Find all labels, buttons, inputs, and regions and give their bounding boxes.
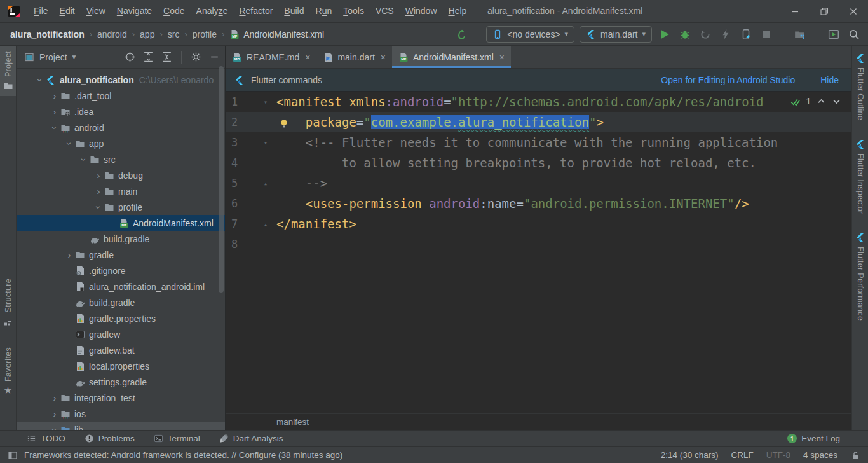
minimize-button[interactable] <box>780 0 810 22</box>
tree-chevron-icon[interactable]: › <box>93 187 104 196</box>
tool-window-dart-analysis[interactable]: Dart Analysis <box>219 434 283 443</box>
intention-bulb-icon[interactable] <box>279 117 289 127</box>
tree-item-src[interactable]: ›src <box>17 151 225 167</box>
tree-item-.idea[interactable]: ›.idea <box>17 104 225 120</box>
stripe-button-flutter-outline[interactable]: Flutter Outline <box>852 48 868 125</box>
tree-item-build.gradle[interactable]: build.gradle <box>17 294 225 310</box>
menu-navigate[interactable]: Navigate <box>111 0 158 22</box>
menu-build[interactable]: Build <box>278 0 309 22</box>
tree-item-alura_notification_android.iml[interactable]: alura_notification_android.iml <box>17 279 225 294</box>
close-button[interactable] <box>839 0 868 22</box>
fold-marker-icon[interactable]: ▴ <box>262 180 269 187</box>
menu-run[interactable]: Run <box>310 0 338 22</box>
tool-window-todo[interactable]: TODO <box>27 434 65 443</box>
tree-item-AndroidManifest.xml[interactable]: MFAndroidManifest.xml <box>17 215 225 231</box>
tree-item-app[interactable]: ›app <box>17 135 225 151</box>
tool-window-problems[interactable]: Problems <box>85 434 135 443</box>
tree-chevron-icon[interactable]: › <box>49 92 60 100</box>
tree-item-ios[interactable]: ›ios <box>17 406 225 422</box>
menu-help[interactable]: Help <box>443 0 473 22</box>
tree-chevron-icon[interactable]: › <box>50 122 59 134</box>
menu-code[interactable]: Code <box>158 0 190 22</box>
project-structure-icon[interactable] <box>792 27 808 42</box>
tree-item-android[interactable]: ›android <box>17 120 225 135</box>
tab-readme.md[interactable]: MDREADME.md× <box>226 46 316 68</box>
tab-close-icon[interactable]: × <box>381 52 386 62</box>
encoding-widget[interactable]: UTF-8 <box>766 450 790 460</box>
avd-manager-icon[interactable] <box>826 27 841 42</box>
project-tree-scrollbar[interactable] <box>219 66 224 293</box>
tree-item-main[interactable]: ›main <box>17 183 225 199</box>
stripe-button-flutter-inspector[interactable]: Flutter Inspector <box>852 134 868 219</box>
fold-marker-icon[interactable]: ▾ <box>262 139 269 146</box>
attach-debugger-icon[interactable] <box>738 27 754 42</box>
open-in-android-studio-link[interactable]: Open for Editing in Android Studio <box>661 75 795 85</box>
tree-item-settings.gradle[interactable]: settings.gradle <box>17 374 225 390</box>
debug-button[interactable] <box>677 27 693 42</box>
menu-edit[interactable]: Edit <box>54 0 81 22</box>
tree-chevron-icon[interactable]: › <box>50 424 59 431</box>
run-button[interactable] <box>657 27 672 42</box>
tree-chevron-icon[interactable]: › <box>64 251 75 259</box>
stripe-button-favorites[interactable]: Favorites★ <box>0 342 16 401</box>
tree-item-gradlew[interactable]: gradlew <box>17 326 225 342</box>
tree-chevron-icon[interactable]: › <box>65 138 74 149</box>
search-everywhere-icon[interactable] <box>846 27 862 42</box>
tree-item-.dart_tool[interactable]: ›.dart_tool <box>17 88 225 104</box>
breadcrumb-profile[interactable]: profile <box>193 29 217 39</box>
tree-item-gradle[interactable]: ›gradle <box>17 247 225 263</box>
breadcrumb-alura_notification[interactable]: alura_notification <box>10 29 85 39</box>
fold-marker-icon[interactable]: ▴ <box>262 221 269 228</box>
expand-all-icon[interactable] <box>143 52 154 62</box>
hot-reload-icon[interactable] <box>718 27 733 42</box>
tree-chevron-icon[interactable]: › <box>49 394 60 403</box>
tab-androidmanifest.xml[interactable]: MFAndroidManifest.xml× <box>392 46 511 68</box>
chevron-down-icon[interactable]: ▼ <box>71 53 78 60</box>
tree-item-gradle.properties[interactable]: gradle.properties <box>17 310 225 326</box>
stop-button[interactable] <box>759 27 774 42</box>
indent-widget[interactable]: 4 spaces <box>803 450 837 460</box>
event-log-button[interactable]: 1 Event Log <box>787 434 840 443</box>
tree-item-gradlew.bat[interactable]: gradlew.bat <box>17 342 225 358</box>
tree-item-integration_test[interactable]: ›integration_test <box>17 390 225 406</box>
tree-chevron-icon[interactable]: › <box>79 154 88 165</box>
collapse-all-icon[interactable] <box>161 52 172 62</box>
menu-refactor[interactable]: Refactor <box>233 0 278 22</box>
tree-chevron-icon[interactable]: › <box>49 107 60 116</box>
tree-item-build.gradle[interactable]: build.gradle <box>17 231 225 247</box>
breadcrumb-android[interactable]: android <box>97 29 127 39</box>
menu-tools[interactable]: Tools <box>337 0 370 22</box>
menu-vcs[interactable]: VCS <box>370 0 400 22</box>
tree-chevron-icon[interactable]: › <box>94 202 103 213</box>
line-ending-widget[interactable]: CRLF <box>731 450 753 460</box>
profile-button[interactable] <box>698 27 713 42</box>
tree-item-alura_notification[interactable]: ›alura_notificationC:\Users\Leonardo <box>17 72 225 88</box>
tree-item-local.properties[interactable]: local.properties <box>17 358 225 374</box>
project-panel-title[interactable]: Project <box>39 52 67 62</box>
unlock-icon[interactable] <box>850 450 860 460</box>
tab-main.dart[interactable]: main.dart× <box>316 46 392 68</box>
restore-button[interactable] <box>810 0 839 22</box>
tree-chevron-icon[interactable]: › <box>49 410 60 418</box>
tool-window-toggle-icon[interactable] <box>8 450 18 460</box>
code-editor[interactable]: 1 1▾<manifest xmlns:android="http://sche… <box>226 92 851 413</box>
tab-close-icon[interactable]: × <box>499 52 505 62</box>
hide-banner-link[interactable]: Hide <box>820 75 839 85</box>
tree-item-debug[interactable]: ›debug <box>17 167 225 183</box>
tree-chevron-icon[interactable]: › <box>93 171 104 180</box>
locate-file-icon[interactable] <box>125 52 135 62</box>
caret-position-widget[interactable]: 2:14 (30 chars) <box>661 450 719 460</box>
breadcrumb-app[interactable]: app <box>140 29 154 39</box>
breadcrumb-src[interactable]: src <box>168 29 180 39</box>
breadcrumb-file[interactable]: MFAndroidManifest.xml <box>229 29 324 39</box>
menu-window[interactable]: Window <box>400 0 443 22</box>
fold-marker-icon[interactable]: ▾ <box>262 99 269 106</box>
tree-chevron-icon[interactable]: › <box>36 74 44 86</box>
tree-item-lib[interactable]: ›lib <box>17 422 225 430</box>
tab-close-icon[interactable]: × <box>305 52 310 62</box>
device-selector[interactable]: <no devices> ▾ <box>486 26 574 43</box>
stripe-button-structure[interactable]: Structure <box>0 273 16 331</box>
menu-view[interactable]: View <box>81 0 111 22</box>
menu-file[interactable]: File <box>28 0 54 22</box>
run-config-selector[interactable]: main.dart ▾ <box>580 26 652 43</box>
